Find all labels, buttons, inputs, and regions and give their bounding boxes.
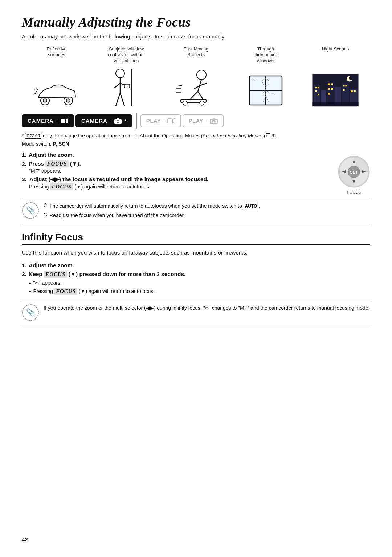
step-3: 3. Adjust (◀▶) the focus as required unt…	[22, 176, 330, 190]
svg-rect-55	[343, 85, 345, 86]
svg-rect-54	[328, 93, 330, 95]
svg-rect-56	[345, 85, 347, 86]
intro-text: Autofocus may not work well on the follo…	[22, 33, 370, 40]
svg-point-19	[183, 101, 187, 105]
note-text-3: If you operate the zoom or the multi sel…	[44, 304, 370, 312]
svg-point-17	[126, 85, 128, 87]
svg-point-10	[116, 69, 124, 78]
subject-reflective: Reflective surfaces	[22, 46, 91, 58]
asterisk-note: * DC100 only. To change the operating mo…	[22, 133, 370, 139]
inf-step-1: 1. Adjust the zoom.	[22, 262, 370, 269]
inf-step-1-line: 1. Adjust the zoom.	[22, 262, 370, 269]
steps-section-1: 1. Adjust the zoom. 2. Press FOCUS (▼). …	[22, 152, 370, 194]
section-2-header: Infinity Focus	[22, 232, 370, 245]
mode-switch-values: P, SCN	[53, 141, 69, 147]
note-content-1: The camcorder will automatically return …	[44, 202, 370, 220]
step-2-sub: "MF" appears.	[29, 168, 330, 174]
svg-rect-57	[343, 89, 345, 91]
illus-night	[301, 74, 370, 107]
note-icon-1: 📎	[22, 202, 39, 220]
dot-separator2: ·	[110, 118, 111, 123]
step-1: 1. Adjust the zoom.	[22, 152, 330, 158]
step-3-text: Adjust (◀▶) the focus as required until …	[29, 176, 208, 182]
svg-line-24	[198, 92, 203, 99]
illus-skater	[161, 67, 231, 107]
set-dial-area: SET FOCUS	[338, 155, 370, 194]
step-2-text: Press FOCUS (▼).	[29, 160, 81, 167]
camera-photo-label: CAMERA	[81, 118, 107, 124]
note-text-1: The camcorder will automatically return …	[49, 202, 260, 210]
note-icon-2: 📎	[22, 304, 39, 322]
svg-text:📎: 📎	[26, 206, 35, 215]
svg-point-61	[349, 76, 353, 80]
svg-point-21	[197, 70, 206, 80]
camera-video-label: CAMERA	[28, 118, 54, 124]
svg-point-73	[213, 121, 215, 122]
svg-rect-53	[331, 88, 333, 90]
svg-line-25	[194, 85, 201, 89]
svg-line-8	[33, 93, 36, 94]
note-item-2: Readjust the focus when you have turned …	[44, 211, 370, 219]
mode-buttons-row: CAMERA · CAMERA · * PLAY · PLAY ·	[22, 113, 370, 129]
step-3-line: 3. Adjust (◀▶) the focus as required unt…	[22, 176, 330, 183]
step-3-sub: Pressing FOCUS (▼) again will return to …	[29, 183, 330, 190]
inf-step-2-num: 2.	[22, 271, 26, 277]
subject-night-scenes: Night Scenes	[301, 46, 370, 52]
svg-rect-69	[168, 119, 172, 123]
svg-point-1	[43, 99, 47, 102]
camera-photo-button[interactable]: CAMERA · *	[75, 114, 132, 127]
play-video-button[interactable]: PLAY ·	[140, 114, 181, 127]
inf-step-1-text: Adjust the zoom.	[29, 262, 74, 269]
play-photo-icon	[210, 118, 218, 124]
mode-switch-line: Mode switch: P, SCN	[22, 141, 370, 147]
still-camera-icon	[114, 118, 122, 124]
section-2-title: Infinity Focus	[22, 232, 370, 243]
inf-bullet-1: • "∞" appears.	[29, 280, 370, 287]
step-1-text: Adjust the zoom.	[29, 152, 74, 158]
skater-illustration-icon	[174, 67, 218, 107]
bullet-dot-2: •	[29, 288, 31, 295]
steps-left-col: 1. Adjust the zoom. 2. Press FOCUS (▼). …	[22, 152, 330, 192]
step-1-num: 1.	[22, 152, 26, 158]
svg-marker-65	[66, 118, 68, 123]
svg-point-20	[200, 101, 204, 105]
note-box-2: 📎 If you operate the zoom or the multi s…	[22, 300, 370, 326]
svg-rect-48	[315, 90, 317, 92]
svg-rect-64	[61, 119, 65, 123]
bullet-dot-1: •	[29, 280, 31, 287]
svg-line-12	[114, 83, 120, 88]
dc100-badge: DC100	[25, 133, 41, 139]
svg-text:SET: SET	[350, 170, 358, 174]
illus-window	[231, 74, 301, 107]
inf-bullet-2-text: Pressing FOCUS (▼) again will return to …	[33, 288, 155, 295]
svg-point-68	[117, 121, 119, 122]
note-box-1: 📎 The camcorder will automatically retur…	[22, 198, 370, 224]
inf-step-1-num: 1.	[22, 262, 26, 269]
window-illustration-icon	[244, 74, 287, 107]
page-number: 42	[22, 536, 28, 542]
svg-line-23	[191, 92, 198, 99]
dot-sep4: ·	[206, 118, 207, 123]
focus-word-4: FOCUS	[54, 288, 77, 295]
step-1-line: 1. Adjust the zoom.	[22, 152, 330, 158]
svg-rect-49	[318, 94, 319, 95]
step-2: 2. Press FOCUS (▼). "MF" appears.	[22, 160, 330, 174]
note-bullet-2	[44, 213, 47, 216]
dot-sep3: ·	[163, 118, 165, 123]
note-content-2: If you operate the zoom or the multi sel…	[44, 304, 370, 313]
svg-rect-50	[328, 83, 330, 85]
svg-line-29	[177, 85, 182, 86]
play-video-label: PLAY	[146, 118, 161, 124]
inf-step-2: 2. Keep FOCUS (▼) pressed down for more …	[22, 271, 370, 278]
asterisk-mark: *	[124, 119, 126, 123]
illus-car	[22, 74, 91, 107]
svg-line-6	[34, 90, 36, 90]
camera-video-button[interactable]: CAMERA ·	[22, 114, 74, 127]
play-photo-button[interactable]: PLAY ·	[183, 114, 224, 127]
step-2-line: 2. Press FOCUS (▼).	[22, 160, 330, 167]
svg-point-3	[66, 99, 70, 102]
night-illustration-icon	[312, 74, 359, 107]
note-item-3: If you operate the zoom or the multi sel…	[44, 304, 370, 312]
inf-step-2-text: Keep FOCUS (▼) pressed down for more tha…	[29, 271, 185, 278]
auto-badge: AUTO	[244, 203, 259, 210]
